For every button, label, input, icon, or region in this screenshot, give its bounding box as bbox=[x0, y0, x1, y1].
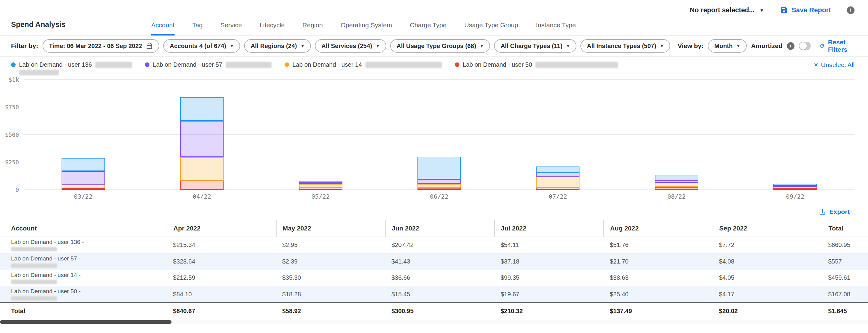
bar-segment-lab-on-demand-user-14[interactable] bbox=[655, 183, 698, 187]
bar-segment-lab-on-demand-user-57[interactable] bbox=[180, 121, 224, 157]
chart-legend: Lab on Demand - user 136Lab on Demand - … bbox=[0, 57, 868, 76]
info-icon[interactable]: i bbox=[787, 42, 795, 50]
export-button[interactable]: Export bbox=[819, 208, 849, 215]
tab-account[interactable]: Account bbox=[151, 22, 175, 35]
bar-segment-lab-on-demand-user-14[interactable] bbox=[536, 176, 580, 188]
column-header-jul-2022: Jul 2022 bbox=[495, 220, 604, 237]
bar-segment-lab-on-demand-user-136[interactable] bbox=[62, 158, 105, 171]
column-header-sep-2022: Sep 2022 bbox=[713, 220, 823, 237]
value-cell: $207.42 bbox=[385, 237, 495, 254]
page-title: Spend Analysis bbox=[11, 20, 66, 35]
tab-instance-type[interactable]: Instance Type bbox=[536, 22, 576, 35]
account-cell: Lab on Demand - user 14 - bbox=[0, 270, 167, 286]
save-report-button[interactable]: Save Report bbox=[780, 6, 831, 14]
bar-08-22[interactable] bbox=[655, 79, 698, 190]
bar-04-22[interactable] bbox=[180, 79, 224, 190]
bar-segment-lab-on-demand-user-57[interactable] bbox=[417, 179, 461, 184]
value-cell: $25.40 bbox=[604, 286, 713, 303]
filter-pill-all-usage-type-groups[interactable]: All Usage Type Groups (68)▼ bbox=[390, 39, 490, 53]
bar-segment-lab-on-demand-user-57[interactable] bbox=[62, 171, 105, 185]
chevron-down-icon: ▼ bbox=[301, 44, 305, 48]
filter-pill-label: All Charge Types (11) bbox=[500, 42, 562, 49]
value-cell: $21.70 bbox=[604, 253, 713, 270]
filter-pill-time-06-mar-2022-06-sep-2022[interactable]: Time: 06 Mar 2022 - 06 Sep 2022 bbox=[42, 39, 159, 53]
table-total-row: Total$840.67$58.92$300.95$210.32$137.49$… bbox=[0, 303, 868, 319]
info-icon[interactable]: i bbox=[847, 6, 855, 14]
filter-pill-all-services[interactable]: All Services (254)▼ bbox=[315, 39, 386, 53]
value-cell: $459.61 bbox=[822, 270, 868, 286]
filter-pill-all-instance-types[interactable]: All Instance Types (507)▼ bbox=[580, 39, 670, 53]
legend-item-lab-on-demand-user-57[interactable]: Lab on Demand - user 57 bbox=[145, 61, 272, 75]
bar-09-22[interactable] bbox=[773, 79, 817, 190]
value-cell: $36.66 bbox=[385, 270, 495, 286]
bar-segment-lab-on-demand-user-57[interactable] bbox=[655, 180, 698, 183]
x-axis-label: 03/22 bbox=[24, 193, 143, 200]
bar-segment-lab-on-demand-user-50[interactable] bbox=[536, 188, 580, 190]
bar-07-22[interactable] bbox=[536, 79, 580, 190]
bar-segment-lab-on-demand-user-136[interactable] bbox=[536, 166, 580, 172]
bar-segment-lab-on-demand-user-50[interactable] bbox=[417, 188, 461, 190]
report-selector[interactable]: No report selected... ▼ bbox=[690, 6, 764, 14]
account-name: Lab on Demand - user 136 - bbox=[11, 239, 167, 246]
bar-segment-lab-on-demand-user-14[interactable] bbox=[62, 185, 105, 188]
filter-by-label: Filter by: bbox=[11, 42, 38, 49]
redacted-text bbox=[11, 296, 57, 301]
view-by-dropdown[interactable]: Month ▼ bbox=[708, 39, 747, 53]
bar-06-22[interactable] bbox=[417, 79, 461, 190]
filter-pill-label: All Services (254) bbox=[321, 42, 372, 49]
bar-segment-lab-on-demand-user-50[interactable] bbox=[180, 180, 224, 190]
unselect-all-button[interactable]: × Unselect All bbox=[814, 61, 855, 69]
filter-pill-all-charge-types[interactable]: All Charge Types (11)▼ bbox=[494, 39, 577, 53]
filter-pill-all-regions[interactable]: All Regions (24)▼ bbox=[244, 39, 311, 53]
reset-filters-button[interactable]: Reset Filters bbox=[819, 39, 855, 53]
redacted-text bbox=[11, 280, 57, 284]
bar-05-22[interactable] bbox=[299, 79, 342, 190]
column-header-aug-2022: Aug 2022 bbox=[604, 220, 713, 237]
bar-segment-lab-on-demand-user-50[interactable] bbox=[62, 188, 105, 190]
bar-segment-lab-on-demand-user-136[interactable] bbox=[655, 175, 698, 180]
topbar: No report selected... ▼ Save Report i bbox=[0, 0, 868, 16]
bar-segment-lab-on-demand-user-14[interactable] bbox=[299, 184, 342, 188]
legend-item-lab-on-demand-user-50[interactable]: Lab on Demand - user 50 bbox=[455, 61, 618, 75]
bar-segment-lab-on-demand-user-136[interactable] bbox=[417, 157, 461, 180]
tab-operating-system[interactable]: Operating System bbox=[341, 22, 392, 35]
tab-region[interactable]: Region bbox=[302, 22, 323, 35]
bar-segment-lab-on-demand-user-136[interactable] bbox=[180, 97, 224, 121]
value-cell: $212.59 bbox=[167, 270, 276, 286]
amortized-toggle[interactable] bbox=[799, 42, 811, 50]
bar-segment-lab-on-demand-user-14[interactable] bbox=[180, 157, 224, 180]
bar-segment-lab-on-demand-user-50[interactable] bbox=[655, 187, 698, 190]
bar-segment-lab-on-demand-user-50[interactable] bbox=[773, 188, 817, 190]
chart-plot bbox=[24, 79, 855, 190]
bar-group-06-22 bbox=[380, 79, 498, 190]
tab-service[interactable]: Service bbox=[220, 22, 242, 35]
horizontal-scrollbar[interactable] bbox=[0, 320, 868, 324]
value-cell: $215.34 bbox=[167, 237, 276, 254]
bar-group-04-22 bbox=[143, 79, 261, 190]
bar-03-22[interactable] bbox=[62, 79, 105, 190]
tabs: AccountTagServiceLifecycleRegionOperatin… bbox=[151, 22, 576, 35]
legend-item-lab-on-demand-user-136[interactable]: Lab on Demand - user 136 bbox=[11, 61, 132, 75]
filter-pill-accounts-4[interactable]: Accounts 4 (of 674)▼ bbox=[163, 39, 240, 53]
y-axis-label: $1k bbox=[8, 76, 19, 83]
bar-segment-lab-on-demand-user-14[interactable] bbox=[417, 184, 461, 188]
value-cell: $328.64 bbox=[167, 253, 276, 270]
export-row: Export bbox=[0, 200, 868, 220]
tab-charge-type[interactable]: Charge Type bbox=[410, 22, 446, 35]
legend-item-lab-on-demand-user-14[interactable]: Lab on Demand - user 14 bbox=[284, 61, 442, 75]
filter-pill-label: All Usage Type Groups (68) bbox=[397, 42, 476, 49]
chevron-down-icon: ▼ bbox=[566, 44, 570, 48]
reset-filters-label: Reset Filters bbox=[828, 39, 855, 53]
bar-group-09-22 bbox=[736, 79, 855, 190]
value-cell: $18.28 bbox=[276, 286, 385, 303]
bar-segment-lab-on-demand-user-57[interactable] bbox=[536, 173, 580, 176]
account-name: Lab on Demand - user 57 - bbox=[11, 255, 167, 262]
chevron-down-icon: ▼ bbox=[760, 8, 764, 13]
bar-segment-lab-on-demand-user-50[interactable] bbox=[299, 188, 342, 190]
tab-usage-type-group[interactable]: Usage Type Group bbox=[464, 22, 518, 35]
x-axis-label: 08/22 bbox=[617, 193, 736, 200]
scrollbar-thumb[interactable] bbox=[0, 320, 172, 324]
tab-tag[interactable]: Tag bbox=[192, 22, 203, 35]
y-axis-label: $500 bbox=[5, 131, 19, 138]
tab-lifecycle[interactable]: Lifecycle bbox=[260, 22, 285, 35]
